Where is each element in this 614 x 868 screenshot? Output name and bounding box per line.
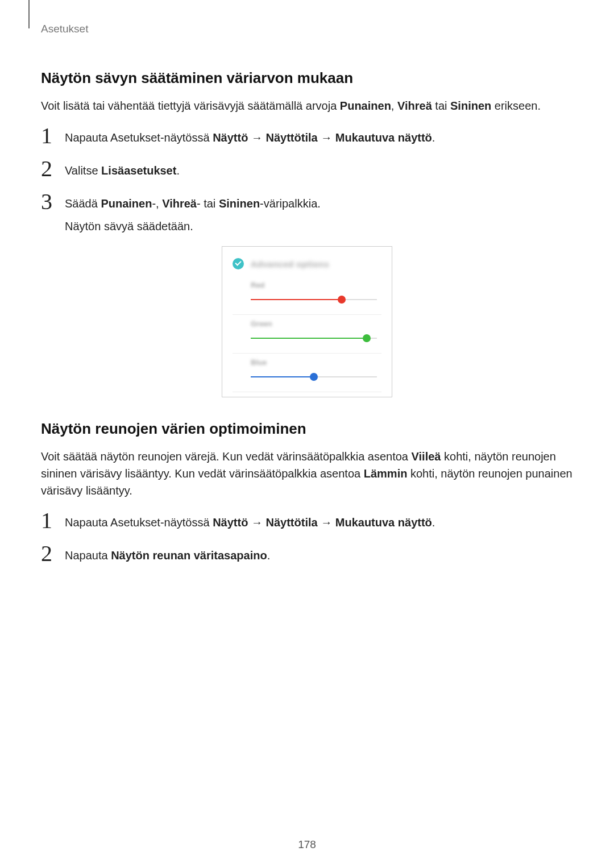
text: ,: [391, 99, 397, 112]
text: Voit lisätä tai vähentää tiettyjä värisä…: [41, 99, 340, 112]
device-screenshot: Advanced options Red Green Blue: [222, 246, 392, 397]
check-icon: [233, 258, 244, 269]
text-bold: Näyttötila: [266, 131, 318, 144]
text: →: [318, 516, 335, 529]
section1-step-1: 1 Napauta Asetukset-näytössä Näyttö → Nä…: [41, 124, 573, 147]
text-bold: Näyttö: [213, 131, 248, 144]
red-slider[interactable]: [251, 295, 377, 305]
text-bold: Vihreä: [162, 197, 197, 210]
step-number: 1: [41, 509, 61, 532]
section2-step-1: 1 Napauta Asetukset-näytössä Näyttö → Nä…: [41, 509, 573, 532]
slider-track-fill: [251, 299, 342, 300]
text-bold: Lämmin: [364, 467, 408, 480]
text: - tai: [197, 197, 219, 210]
slider-thumb[interactable]: [363, 334, 371, 342]
divider: [233, 392, 381, 392]
text: →: [248, 516, 265, 529]
text: Napauta Asetukset-näytössä: [65, 131, 213, 144]
text-bold: Näyttötila: [266, 516, 318, 529]
text: →: [248, 131, 265, 144]
slider-track-fill: [251, 338, 367, 339]
text-bold: Punainen: [340, 99, 391, 112]
green-slider-group: Green: [227, 315, 387, 353]
red-label: Red: [251, 281, 377, 289]
step-body: Säädä Punainen-, Vihreä- tai Sininen-vär…: [65, 190, 573, 235]
text-bold: Sininen: [219, 197, 260, 210]
margin-rule: [28, 0, 30, 28]
step-number: 2: [41, 157, 61, 180]
blue-slider-group: Blue: [227, 354, 387, 392]
section2-step-2: 2 Napauta Näytön reunan väritasapaino.: [41, 542, 573, 565]
section1-intro: Voit lisätä tai vähentää tiettyjä värisä…: [41, 97, 573, 114]
step-body: Napauta Asetukset-näytössä Näyttö → Näyt…: [65, 509, 573, 531]
text: .: [176, 164, 180, 177]
text: Napauta Asetukset-näytössä: [65, 516, 213, 529]
breadcrumb: Asetukset: [41, 23, 573, 35]
advanced-options-row: Advanced options: [227, 256, 387, 276]
text-bold: Näytön reunan väritasapaino: [111, 549, 267, 562]
slider-track-fill: [251, 376, 314, 377]
text: -väripalkkia.: [260, 197, 321, 210]
step-body: Napauta Näytön reunan väritasapaino.: [65, 542, 573, 564]
step-number: 1: [41, 124, 61, 147]
text: →: [318, 131, 335, 144]
text: Valitse: [65, 164, 101, 177]
text-bold: Sininen: [450, 99, 491, 112]
text: -,: [152, 197, 162, 210]
step-body: Napauta Asetukset-näytössä Näyttö → Näyt…: [65, 124, 573, 146]
green-slider[interactable]: [251, 334, 377, 344]
blue-label: Blue: [251, 358, 377, 367]
section1-step-2: 2 Valitse Lisäasetukset.: [41, 157, 573, 180]
red-slider-group: Red: [227, 276, 387, 314]
text-bold: Näyttö: [213, 516, 248, 529]
advanced-options-label: Advanced options: [251, 259, 329, 269]
text-bold: Lisäasetukset: [101, 164, 176, 177]
step-body: Valitse Lisäasetukset.: [65, 157, 573, 179]
blue-slider[interactable]: [251, 372, 377, 383]
slider-thumb[interactable]: [310, 373, 318, 381]
text-bold: Mukautuva näyttö: [335, 131, 432, 144]
text: erikseen.: [491, 99, 541, 112]
green-label: Green: [251, 319, 377, 328]
text: Säädä: [65, 197, 101, 210]
text: Voit säätää näytön reunojen värejä. Kun …: [41, 450, 412, 463]
text: Napauta: [65, 549, 111, 562]
text: .: [267, 549, 271, 562]
section1-heading: Näytön sävyn säätäminen väriarvon mukaan: [41, 69, 573, 87]
text-bold: Viileä: [412, 450, 441, 463]
text: .: [432, 131, 435, 144]
text-bold: Vihreä: [397, 99, 432, 112]
text: tai: [432, 99, 450, 112]
text: .: [432, 516, 435, 529]
page-number: 178: [0, 838, 614, 851]
step-number: 2: [41, 542, 61, 565]
step-note: Näytön sävyä säädetään.: [65, 218, 573, 235]
section1-step-3: 3 Säädä Punainen-, Vihreä- tai Sininen-v…: [41, 190, 573, 235]
slider-thumb[interactable]: [338, 296, 346, 304]
section2-heading: Näytön reunojen värien optimoiminen: [41, 420, 573, 438]
step-number: 3: [41, 190, 61, 213]
text-bold: Punainen: [101, 197, 152, 210]
text-bold: Mukautuva näyttö: [335, 516, 432, 529]
section2-intro: Voit säätää näytön reunojen värejä. Kun …: [41, 448, 573, 499]
